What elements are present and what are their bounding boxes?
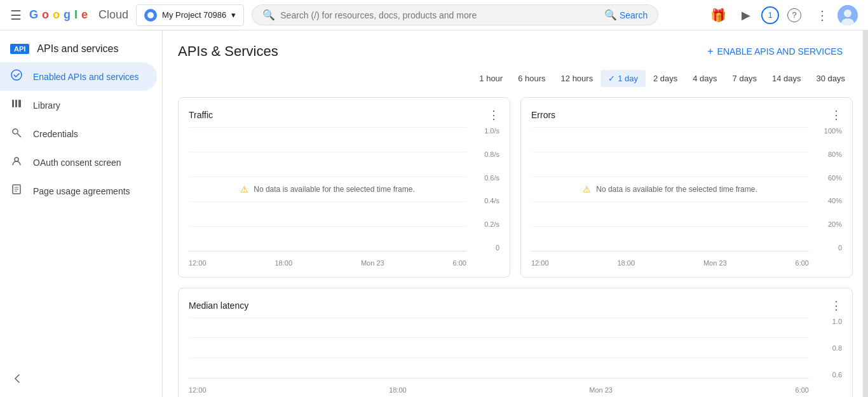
project-dot — [144, 9, 157, 22]
gridline — [531, 226, 809, 227]
plus-icon: + — [707, 46, 713, 57]
terminal-button[interactable]: ▶ — [733, 3, 759, 28]
api-badge: API — [10, 44, 29, 54]
time-12hours[interactable]: 12 hours — [553, 70, 601, 87]
median-latency-menu[interactable]: ⋮ — [831, 299, 842, 313]
top-header: ☰ Google Cloud My Project 70986 ▾ 🔍 🔍 Se… — [0, 0, 868, 30]
charts-grid: Traffic ⋮ ⚠ No data — [163, 92, 868, 288]
gridline — [189, 318, 809, 318]
page-usage-icon — [10, 183, 23, 199]
time-range-selector: 1 hour 6 hours 12 hours ✓ 1 day 2 days 4… — [163, 62, 868, 92]
credentials-icon — [10, 126, 23, 142]
median-latency-title: Median latency — [189, 300, 248, 311]
enable-apis-button[interactable]: + ENABLE APIS AND SERVICES — [697, 41, 853, 62]
sidebar-title: APIs and services — [37, 43, 118, 55]
errors-no-data-text: No data is available for the selected ti… — [596, 185, 757, 194]
errors-chart-header: Errors ⋮ — [531, 108, 842, 122]
more-options-button[interactable]: ⋮ — [810, 3, 835, 28]
project-selector[interactable]: My Project 70986 ▾ — [136, 4, 244, 26]
logo-e: e — [81, 8, 88, 22]
sidebar-item-oauth[interactable]: OAuth consent screen — [0, 148, 157, 177]
traffic-x-axis: 12:00 18:00 Mon 23 6:00 — [189, 257, 466, 267]
svg-rect-6 — [18, 100, 21, 107]
median-latency-chart-card: Median latency ⋮ 1.0 0.8 0.6 — [178, 288, 853, 397]
sidebar-item-credentials[interactable]: Credentials — [0, 119, 157, 148]
search-icon-left: 🔍 — [262, 9, 275, 21]
traffic-chart-area: ⚠ No data is available for the selected … — [189, 127, 466, 252]
median-latency-header: Median latency ⋮ — [189, 299, 842, 313]
search-input[interactable] — [280, 10, 599, 20]
warning-icon: ⚠ — [583, 184, 591, 194]
project-dropdown-icon: ▾ — [231, 10, 236, 20]
traffic-chart-title: Traffic — [189, 110, 213, 120]
google-cloud-logo: Google Cloud — [29, 8, 128, 22]
checkmark-icon: ✓ — [608, 74, 615, 83]
sidebar-item-label: Credentials — [33, 129, 78, 139]
svg-point-1 — [844, 10, 851, 17]
errors-no-data: ⚠ No data is available for the selected … — [583, 184, 757, 194]
time-14days[interactable]: 14 days — [764, 70, 809, 87]
content-header: APIs & Services + ENABLE APIS AND SERVIC… — [163, 30, 868, 62]
svg-point-8 — [15, 158, 18, 161]
time-4days[interactable]: 4 days — [685, 70, 724, 87]
traffic-no-data-text: No data is available for the selected ti… — [254, 185, 414, 194]
errors-chart-title: Errors — [531, 110, 555, 120]
terminal-icon: ▶ — [742, 8, 750, 22]
notification-badge[interactable]: 1 — [761, 6, 779, 24]
gridline — [189, 127, 466, 128]
errors-chart-card: Errors ⋮ ⚠ No data — [520, 97, 853, 278]
svg-rect-5 — [15, 100, 17, 107]
time-6hours[interactable]: 6 hours — [510, 70, 553, 87]
median-latency-x-axis: 12:00 18:00 Mon 23 6:00 — [189, 384, 809, 394]
sidebar-item-label: Page usage agreements — [33, 186, 130, 196]
sidebar-item-label: OAuth consent screen — [33, 158, 121, 168]
gridline — [531, 177, 809, 177]
gift-button[interactable]: 🎁 — [705, 3, 731, 28]
enable-apis-label: ENABLE APIS AND SERVICES — [717, 46, 843, 57]
traffic-chart-header: Traffic ⋮ — [189, 108, 499, 122]
search-bar: 🔍 🔍 Search — [252, 4, 658, 25]
traffic-y-axis: 1.0/s 0.8/s 0.6/s 0.4/s 0.2/s 0 — [469, 127, 499, 252]
traffic-no-data: ⚠ No data is available for the selected … — [240, 184, 414, 194]
time-2days[interactable]: 2 days — [646, 70, 685, 87]
svg-point-7 — [13, 129, 18, 134]
sidebar: API APIs and services Enabled APIs and s… — [0, 30, 163, 397]
time-1day[interactable]: ✓ 1 day — [600, 70, 646, 87]
sidebar-item-page-usage[interactable]: Page usage agreements — [0, 177, 157, 205]
traffic-chart-menu[interactable]: ⋮ — [488, 108, 499, 122]
search-button[interactable]: 🔍 Search — [604, 9, 648, 21]
time-7days[interactable]: 7 days — [725, 70, 764, 87]
sidebar-item-enabled-apis[interactable]: Enabled APIs and services — [0, 62, 157, 91]
svg-point-3 — [11, 70, 22, 80]
gridline — [531, 201, 809, 202]
gift-icon: 🎁 — [710, 8, 726, 23]
menu-icon[interactable]: ☰ — [10, 8, 22, 23]
median-latency-gridlines — [189, 318, 809, 378]
median-latency-body: 1.0 0.8 0.6 12:00 18:00 Mon 23 6:00 — [189, 318, 842, 394]
gridline — [189, 226, 466, 227]
gridline — [531, 152, 809, 152]
logo-o1: o — [42, 8, 49, 22]
gridline — [189, 358, 809, 358]
time-1day-label: 1 day — [618, 74, 638, 83]
traffic-chart-body: ⚠ No data is available for the selected … — [189, 127, 499, 267]
notification-count[interactable]: 1 — [761, 6, 779, 24]
sidebar-collapse-button[interactable] — [10, 372, 23, 387]
traffic-chart-card: Traffic ⋮ ⚠ No data — [178, 97, 510, 278]
time-1hour[interactable]: 1 hour — [471, 70, 510, 87]
time-30days[interactable]: 30 days — [808, 70, 853, 87]
svg-rect-4 — [12, 100, 14, 107]
errors-chart-menu[interactable]: ⋮ — [831, 108, 842, 122]
sidebar-item-library[interactable]: Library — [0, 91, 157, 119]
errors-chart-body: ⚠ No data is available for the selected … — [531, 127, 842, 267]
logo-g2: g — [64, 8, 71, 22]
logo-cloud: Cloud — [98, 8, 128, 22]
median-latency-y-axis: 1.0 0.8 0.6 — [811, 318, 842, 379]
scrollbar[interactable] — [863, 30, 868, 397]
main-layout: API APIs and services Enabled APIs and s… — [0, 30, 868, 397]
help-button[interactable]: ? — [782, 3, 807, 28]
sidebar-item-label: Enabled APIs and services — [33, 72, 139, 82]
gridline — [189, 337, 809, 338]
search-button-label: Search — [620, 10, 648, 20]
avatar[interactable] — [837, 5, 858, 25]
